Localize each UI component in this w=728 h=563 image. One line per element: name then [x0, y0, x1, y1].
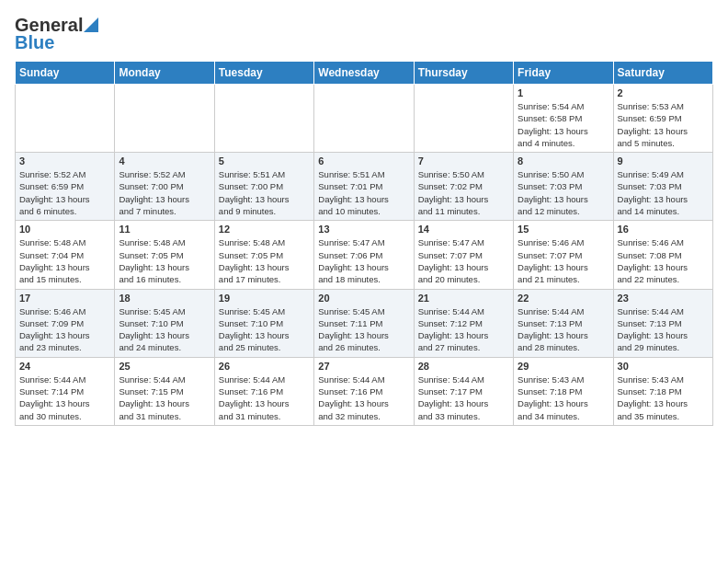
calendar-week-row: 1Sunrise: 5:54 AM Sunset: 6:58 PM Daylig… — [16, 85, 713, 153]
calendar-day-cell: 20Sunrise: 5:45 AM Sunset: 7:11 PM Dayli… — [314, 289, 414, 357]
day-info: Sunrise: 5:46 AM Sunset: 7:09 PM Dayligh… — [19, 305, 110, 354]
calendar-day-cell: 8Sunrise: 5:50 AM Sunset: 7:03 PM Daylig… — [514, 153, 613, 221]
calendar-day-cell: 11Sunrise: 5:48 AM Sunset: 7:05 PM Dayli… — [115, 221, 214, 289]
day-of-week-header: Tuesday — [214, 62, 313, 85]
day-info: Sunrise: 5:50 AM Sunset: 7:02 PM Dayligh… — [418, 168, 509, 217]
logo-triangle-icon — [84, 17, 98, 32]
calendar-day-cell: 15Sunrise: 5:46 AM Sunset: 7:07 PM Dayli… — [514, 221, 613, 289]
calendar-day-cell: 30Sunrise: 5:43 AM Sunset: 7:18 PM Dayli… — [613, 357, 712, 425]
calendar-day-cell: 19Sunrise: 5:45 AM Sunset: 7:10 PM Dayli… — [214, 289, 313, 357]
calendar-day-cell: 2Sunrise: 5:53 AM Sunset: 6:59 PM Daylig… — [613, 85, 712, 153]
calendar-day-cell: 18Sunrise: 5:45 AM Sunset: 7:10 PM Dayli… — [115, 289, 214, 357]
day-number: 15 — [518, 224, 609, 235]
day-number: 29 — [518, 361, 609, 372]
day-number: 12 — [219, 224, 310, 235]
day-info: Sunrise: 5:53 AM Sunset: 6:59 PM Dayligh… — [618, 100, 709, 149]
day-number: 16 — [618, 224, 709, 235]
svg-marker-0 — [84, 17, 98, 32]
day-info: Sunrise: 5:44 AM Sunset: 7:15 PM Dayligh… — [119, 373, 210, 422]
day-info: Sunrise: 5:49 AM Sunset: 7:03 PM Dayligh… — [618, 168, 709, 217]
day-number: 5 — [219, 155, 310, 167]
day-info: Sunrise: 5:54 AM Sunset: 6:58 PM Dayligh… — [518, 100, 609, 149]
day-number: 14 — [418, 224, 509, 235]
day-info: Sunrise: 5:44 AM Sunset: 7:17 PM Dayligh… — [418, 373, 509, 422]
day-number: 3 — [19, 155, 110, 167]
calendar-day-cell: 4Sunrise: 5:52 AM Sunset: 7:00 PM Daylig… — [115, 153, 214, 221]
day-info: Sunrise: 5:44 AM Sunset: 7:14 PM Dayligh… — [19, 373, 110, 422]
day-info: Sunrise: 5:43 AM Sunset: 7:18 PM Dayligh… — [518, 373, 609, 422]
day-info: Sunrise: 5:48 AM Sunset: 7:04 PM Dayligh… — [19, 236, 110, 285]
calendar-day-cell: 17Sunrise: 5:46 AM Sunset: 7:09 PM Dayli… — [16, 289, 115, 357]
day-number: 10 — [19, 224, 110, 235]
calendar-day-cell: 16Sunrise: 5:46 AM Sunset: 7:08 PM Dayli… — [613, 221, 712, 289]
calendar-day-cell — [16, 85, 115, 153]
day-number: 23 — [618, 293, 709, 304]
calendar-week-row: 3Sunrise: 5:52 AM Sunset: 6:59 PM Daylig… — [16, 153, 713, 221]
calendar-day-cell: 5Sunrise: 5:51 AM Sunset: 7:00 PM Daylig… — [214, 153, 313, 221]
calendar-day-cell: 23Sunrise: 5:44 AM Sunset: 7:13 PM Dayli… — [613, 289, 712, 357]
calendar-day-cell — [314, 85, 414, 153]
day-info: Sunrise: 5:50 AM Sunset: 7:03 PM Dayligh… — [518, 168, 609, 217]
day-info: Sunrise: 5:44 AM Sunset: 7:13 PM Dayligh… — [618, 305, 709, 354]
logo: General Blue — [15, 15, 98, 53]
calendar-day-cell: 28Sunrise: 5:44 AM Sunset: 7:17 PM Dayli… — [414, 357, 513, 425]
calendar-day-cell: 1Sunrise: 5:54 AM Sunset: 6:58 PM Daylig… — [514, 85, 613, 153]
day-of-week-header: Thursday — [414, 62, 513, 85]
calendar-day-cell — [414, 85, 513, 153]
day-of-week-header: Saturday — [613, 62, 712, 85]
calendar-day-cell: 13Sunrise: 5:47 AM Sunset: 7:06 PM Dayli… — [314, 221, 414, 289]
calendar-day-cell: 24Sunrise: 5:44 AM Sunset: 7:14 PM Dayli… — [16, 357, 115, 425]
calendar-day-cell: 26Sunrise: 5:44 AM Sunset: 7:16 PM Dayli… — [214, 357, 313, 425]
day-number: 25 — [119, 361, 210, 372]
day-number: 9 — [618, 155, 709, 167]
calendar-day-cell: 7Sunrise: 5:50 AM Sunset: 7:02 PM Daylig… — [414, 153, 513, 221]
calendar-day-cell: 29Sunrise: 5:43 AM Sunset: 7:18 PM Dayli… — [514, 357, 613, 425]
day-info: Sunrise: 5:44 AM Sunset: 7:12 PM Dayligh… — [418, 305, 509, 354]
day-info: Sunrise: 5:44 AM Sunset: 7:16 PM Dayligh… — [318, 373, 409, 422]
calendar-day-cell — [115, 85, 214, 153]
page-header: General Blue — [15, 15, 713, 53]
calendar-table: SundayMondayTuesdayWednesdayThursdayFrid… — [15, 61, 713, 426]
calendar-day-cell — [214, 85, 313, 153]
calendar-day-cell: 25Sunrise: 5:44 AM Sunset: 7:15 PM Dayli… — [115, 357, 214, 425]
day-info: Sunrise: 5:43 AM Sunset: 7:18 PM Dayligh… — [618, 373, 709, 422]
day-info: Sunrise: 5:52 AM Sunset: 7:00 PM Dayligh… — [119, 168, 210, 217]
day-info: Sunrise: 5:45 AM Sunset: 7:10 PM Dayligh… — [119, 305, 210, 354]
calendar-day-cell: 12Sunrise: 5:48 AM Sunset: 7:05 PM Dayli… — [214, 221, 313, 289]
day-number: 11 — [119, 224, 210, 235]
day-number: 17 — [19, 293, 110, 304]
calendar-week-row: 24Sunrise: 5:44 AM Sunset: 7:14 PM Dayli… — [16, 357, 713, 425]
calendar-day-cell: 9Sunrise: 5:49 AM Sunset: 7:03 PM Daylig… — [613, 153, 712, 221]
day-info: Sunrise: 5:48 AM Sunset: 7:05 PM Dayligh… — [219, 236, 310, 285]
day-info: Sunrise: 5:51 AM Sunset: 7:01 PM Dayligh… — [318, 168, 409, 217]
day-info: Sunrise: 5:47 AM Sunset: 7:06 PM Dayligh… — [318, 236, 409, 285]
day-of-week-header: Wednesday — [314, 62, 414, 85]
day-number: 18 — [119, 293, 210, 304]
day-info: Sunrise: 5:46 AM Sunset: 7:08 PM Dayligh… — [618, 236, 709, 285]
day-number: 20 — [318, 293, 409, 304]
day-number: 28 — [418, 361, 509, 372]
calendar-day-cell: 3Sunrise: 5:52 AM Sunset: 6:59 PM Daylig… — [16, 153, 115, 221]
calendar-day-cell: 14Sunrise: 5:47 AM Sunset: 7:07 PM Dayli… — [414, 221, 513, 289]
day-number: 13 — [318, 224, 409, 235]
day-number: 26 — [219, 361, 310, 372]
day-number: 22 — [518, 293, 609, 304]
calendar-day-cell: 21Sunrise: 5:44 AM Sunset: 7:12 PM Dayli… — [414, 289, 513, 357]
calendar-header-row: SundayMondayTuesdayWednesdayThursdayFrid… — [16, 62, 713, 85]
calendar-day-cell: 6Sunrise: 5:51 AM Sunset: 7:01 PM Daylig… — [314, 153, 414, 221]
day-number: 1 — [518, 87, 609, 98]
calendar-week-row: 17Sunrise: 5:46 AM Sunset: 7:09 PM Dayli… — [16, 289, 713, 357]
day-number: 27 — [318, 361, 409, 372]
day-info: Sunrise: 5:51 AM Sunset: 7:00 PM Dayligh… — [219, 168, 310, 217]
day-number: 24 — [19, 361, 110, 372]
day-number: 7 — [418, 155, 509, 167]
day-number: 2 — [618, 87, 709, 98]
day-number: 30 — [618, 361, 709, 372]
day-info: Sunrise: 5:45 AM Sunset: 7:10 PM Dayligh… — [219, 305, 310, 354]
calendar-day-cell: 27Sunrise: 5:44 AM Sunset: 7:16 PM Dayli… — [314, 357, 414, 425]
day-info: Sunrise: 5:47 AM Sunset: 7:07 PM Dayligh… — [418, 236, 509, 285]
day-info: Sunrise: 5:48 AM Sunset: 7:05 PM Dayligh… — [119, 236, 210, 285]
day-info: Sunrise: 5:45 AM Sunset: 7:11 PM Dayligh… — [318, 305, 409, 354]
day-of-week-header: Monday — [115, 62, 214, 85]
day-info: Sunrise: 5:44 AM Sunset: 7:16 PM Dayligh… — [219, 373, 310, 422]
